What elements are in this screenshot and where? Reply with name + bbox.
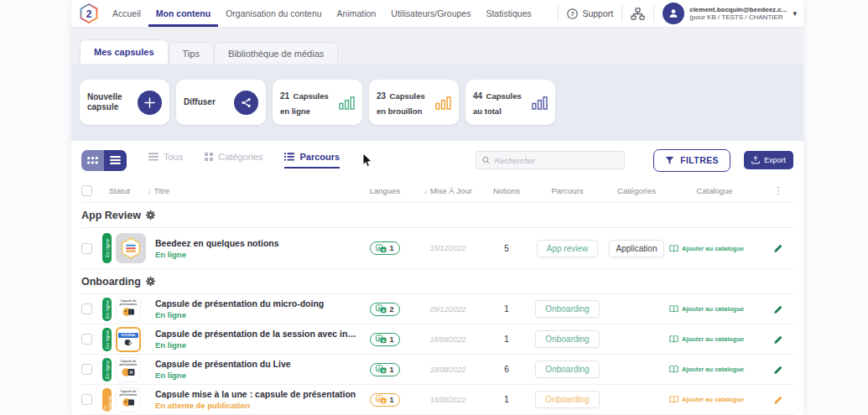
language-badge[interactable]: Aa 1 xyxy=(370,363,399,376)
nav-statistiques[interactable]: Statistiques xyxy=(478,0,538,27)
filter-tab-tous[interactable]: Tous xyxy=(148,152,183,169)
view-toggle[interactable] xyxy=(81,150,127,171)
capsules-en-ligne-card[interactable]: 21 Capsules en ligne xyxy=(273,80,362,125)
add-to-catalogue-link[interactable]: Ajouter au catalogue xyxy=(669,396,744,403)
filter-tab-parcours[interactable]: Parcours xyxy=(284,152,340,169)
tab-mes-capsules[interactable]: Mes capsules xyxy=(80,39,169,64)
kebab-menu-icon[interactable]: ⋮ xyxy=(774,185,783,196)
grid-icon xyxy=(205,153,213,161)
user-scope: (pour KB / TESTS / CHANTIER xyxy=(689,13,787,21)
capsule-title[interactable]: Capsule de présentation du Live xyxy=(155,359,291,369)
parcours-chip[interactable]: Onboarding xyxy=(535,330,599,348)
export-button[interactable]: Export xyxy=(744,151,793,169)
updated-date: 18/08/2022 xyxy=(430,396,466,404)
edit-button[interactable] xyxy=(773,395,783,405)
nav-accueil[interactable]: Accueil xyxy=(105,0,148,27)
col-statut[interactable]: Statut xyxy=(102,186,148,195)
share-button[interactable] xyxy=(234,91,258,115)
capsules-total-card[interactable]: 44 Capsules au total xyxy=(465,80,555,125)
support-button[interactable]: ? Support xyxy=(567,8,613,19)
col-catalogue[interactable]: Catalogue xyxy=(666,186,763,195)
stats-card-bar: Nouvelle capsule Diffuser 21 Capsules en… xyxy=(71,64,803,141)
capsule-thumbnail[interactable]: Capsule de présentation xyxy=(116,387,141,412)
capsule-thumbnail[interactable]: Capsule de présentation xyxy=(116,297,141,322)
capsules-brouillon-card[interactable]: 23 Capsules en brouillon xyxy=(369,80,459,125)
row-checkbox[interactable] xyxy=(81,243,92,254)
category-chip[interactable]: Application xyxy=(609,240,665,257)
table-row[interactable]: En ligne Capsule de présentation Capsule… xyxy=(81,294,793,324)
add-to-catalogue-link[interactable]: Ajouter au catalogue xyxy=(669,245,744,252)
capsule-thumbnail[interactable] xyxy=(116,233,146,263)
language-badge[interactable]: Aa 2 xyxy=(370,303,399,316)
nouvelle-capsule-card[interactable]: Nouvelle capsule xyxy=(80,80,169,125)
col-titre[interactable]: ↓ Titre xyxy=(148,186,360,195)
edit-button[interactable] xyxy=(773,335,783,345)
row-checkbox[interactable] xyxy=(81,303,92,314)
filters-button[interactable]: FILTRES xyxy=(653,149,730,172)
parcours-chip[interactable]: App review xyxy=(537,240,598,257)
beedeez-logo[interactable]: 2 xyxy=(78,0,105,27)
row-checkbox[interactable] xyxy=(81,394,92,405)
search-box[interactable] xyxy=(476,151,625,169)
divider xyxy=(653,5,654,22)
add-capsule-button[interactable] xyxy=(138,91,162,115)
search-input[interactable] xyxy=(494,156,618,165)
nav-animation[interactable]: Animation xyxy=(330,0,384,27)
translate-icon: Aa xyxy=(376,395,387,404)
row-checkbox[interactable] xyxy=(81,334,92,345)
capsule-title[interactable]: Beedeez en quelques notions xyxy=(155,238,279,248)
tab-bibliotheque-medias[interactable]: Bibliothèque de médias xyxy=(214,42,338,64)
row-checkbox[interactable] xyxy=(81,364,92,375)
parcours-chip[interactable]: Onboarding xyxy=(535,300,599,318)
divider xyxy=(621,5,622,22)
nav-organisation[interactable]: Organisation du contenu xyxy=(218,0,329,27)
parcours-chip[interactable]: Onboarding xyxy=(535,361,599,378)
avatar[interactable] xyxy=(663,3,684,24)
col-langues[interactable]: Langues xyxy=(360,186,410,195)
nav-utilisateurs[interactable]: Utilisateurs/Groupes xyxy=(383,0,478,27)
table-row[interactable]: En attente Capsule de présentation Capsu… xyxy=(81,385,793,415)
sort-desc-icon: ↓ xyxy=(148,187,152,195)
translate-icon: Aa xyxy=(376,244,387,253)
add-to-catalogue-link[interactable]: Ajouter au catalogue xyxy=(669,366,744,373)
table-row[interactable]: En ligne Beedeez en quelques notions En … xyxy=(81,228,793,269)
select-all-checkbox[interactable] xyxy=(81,185,92,196)
language-badge[interactable]: Aa 1 xyxy=(370,241,399,255)
list-icon xyxy=(284,153,294,161)
nav-mon-contenu[interactable]: Mon contenu xyxy=(148,0,218,27)
count-total: 44 xyxy=(473,91,482,101)
capsule-title[interactable]: Capsule mise à la une : capsule de prése… xyxy=(155,389,356,399)
col-categories[interactable]: Catégories xyxy=(607,186,666,195)
capsule-thumbnail[interactable]: Capsule de présentation xyxy=(116,357,141,382)
list-view-icon[interactable] xyxy=(104,150,127,171)
user-info[interactable]: clement.bocquin@beedeez.c... (pour KB / … xyxy=(689,6,787,21)
col-parcours[interactable]: Parcours xyxy=(528,186,607,195)
col-mise-a-jour[interactable]: ↓ Mise À Jour xyxy=(410,186,486,195)
filter-tab-categories[interactable]: Catégories xyxy=(205,152,262,169)
capsule-thumbnail[interactable]: TUTORIAL xyxy=(116,327,141,352)
capsule-title[interactable]: Capsule de présentation du micro-doing xyxy=(155,298,324,309)
translate-icon: Aa xyxy=(376,335,387,344)
add-to-catalogue-link[interactable]: Ajouter au catalogue xyxy=(669,335,744,343)
language-badge[interactable]: Aa 1 xyxy=(370,393,399,407)
edit-button[interactable] xyxy=(773,365,783,375)
grid-view-icon[interactable] xyxy=(81,150,104,171)
tab-tips[interactable]: Tips xyxy=(169,42,214,64)
capsule-title[interactable]: Capsule de présentation de la session av… xyxy=(155,329,360,339)
page-tab-strip: Mes capsules Tips Bibliothèque de médias xyxy=(71,28,803,64)
edit-button[interactable] xyxy=(773,304,783,314)
diffuser-card[interactable]: Diffuser xyxy=(176,80,266,125)
parcours-chip[interactable]: Onboarding xyxy=(535,391,599,408)
edit-button[interactable] xyxy=(773,243,783,253)
funnel-icon xyxy=(665,156,674,165)
org-chart-icon[interactable] xyxy=(631,8,645,20)
col-notions[interactable]: Notions xyxy=(486,186,528,195)
table-row[interactable]: En ligne Capsule de présentation Capsule… xyxy=(81,355,793,385)
notions-count: 1 xyxy=(504,395,509,404)
chevron-down-icon[interactable]: ▾ xyxy=(793,9,797,18)
language-badge[interactable]: Aa 1 xyxy=(370,333,399,346)
add-to-catalogue-link[interactable]: Ajouter au catalogue xyxy=(669,305,744,313)
gear-icon[interactable] xyxy=(146,210,155,220)
table-row[interactable]: En ligne TUTORIAL Capsule de présentatio… xyxy=(81,324,793,355)
gear-icon[interactable] xyxy=(146,277,155,286)
